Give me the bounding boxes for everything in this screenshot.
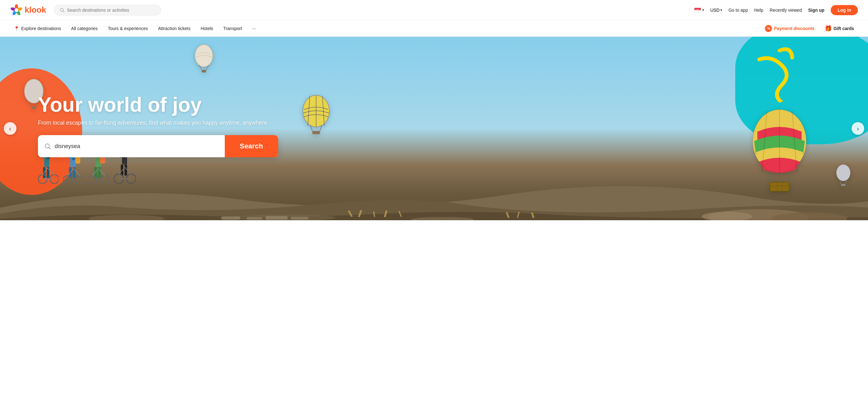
nav-item-all-categories-label: All categories — [71, 26, 98, 31]
hero-subtitle: From local escapes to far-flung adventur… — [38, 120, 278, 126]
flag-chevron: ▾ — [702, 8, 704, 12]
signup-button[interactable]: Sign up — [808, 8, 825, 13]
header-search-input[interactable] — [67, 8, 155, 13]
nav-item-more[interactable]: ··· — [248, 24, 260, 33]
logo[interactable]: klook — [10, 4, 46, 17]
search-icon — [60, 8, 64, 13]
hero-search-icon — [44, 143, 51, 150]
svg-rect-98 — [125, 165, 127, 176]
nav-item-explore[interactable]: 📍 Explore destinations — [10, 24, 65, 33]
main-nav: 📍 Explore destinations All categories To… — [0, 20, 868, 37]
svg-point-80 — [75, 176, 84, 184]
explore-icon: 📍 — [14, 26, 19, 31]
header: klook ▾ USD ▾ Go to app Help Recently vi… — [0, 0, 868, 20]
svg-point-90 — [89, 176, 97, 184]
nav-item-all-categories[interactable]: All categories — [67, 24, 101, 33]
svg-rect-45 — [247, 217, 262, 220]
nav-item-tours-label: Tours & experiences — [108, 26, 148, 31]
svg-rect-12 — [202, 70, 206, 73]
hero-search-input-wrap — [38, 143, 225, 150]
svg-rect-73 — [70, 156, 76, 167]
recently-viewed-link[interactable]: Recently viewed — [770, 8, 802, 13]
nav-item-hotels-label: Hotels — [201, 26, 213, 31]
gift-icon: 🎁 — [825, 25, 832, 32]
nav-gift-label: Gift cards — [834, 26, 854, 31]
nav-item-attraction-label: Attraction tickets — [158, 26, 191, 31]
svg-rect-47 — [291, 217, 309, 220]
nav-item-hotels[interactable]: Hotels — [197, 24, 217, 33]
go-to-app-link[interactable]: Go to app — [728, 8, 748, 13]
svg-point-91 — [100, 176, 109, 184]
nav-item-attraction[interactable]: Attraction tickets — [154, 24, 194, 33]
svg-point-6 — [14, 8, 18, 12]
header-right: ▾ USD ▾ Go to app Help Recently viewed S… — [694, 5, 858, 15]
hero-search-button[interactable]: Search — [225, 135, 278, 157]
nav-item-transport[interactable]: Transport — [219, 24, 246, 33]
svg-point-79 — [63, 176, 72, 184]
nav-item-more-label: ··· — [252, 26, 256, 31]
klook-logo-icon — [10, 4, 23, 17]
hero-search-bar[interactable]: Search — [38, 135, 278, 157]
currency-selector[interactable]: USD ▾ — [710, 8, 722, 13]
hero-content: Your world of joy From local escapes to … — [38, 94, 278, 157]
nav-payment-label: Payment discounts — [774, 26, 814, 31]
nav-item-explore-label: Explore destinations — [21, 26, 61, 31]
header-search-bar[interactable] — [54, 5, 161, 16]
hero-title: Your world of joy — [38, 94, 278, 116]
balloon-3 — [300, 94, 332, 139]
svg-rect-44 — [221, 217, 240, 220]
carousel-prev-button[interactable]: ‹ — [4, 122, 17, 135]
nav-item-tours[interactable]: Tours & experiences — [104, 24, 152, 33]
svg-line-106 — [49, 148, 51, 149]
currency-chevron: ▾ — [720, 8, 722, 12]
logo-text: klook — [25, 5, 46, 15]
currency-label: USD — [710, 8, 720, 13]
language-selector[interactable]: ▾ — [694, 8, 704, 13]
next-arrow-icon: › — [857, 125, 859, 132]
nav-payment-discounts[interactable]: % Payment discounts — [761, 23, 818, 34]
prev-arrow-icon: ‹ — [9, 125, 11, 132]
svg-point-9 — [195, 45, 213, 67]
carousel-next-button[interactable]: › — [851, 122, 864, 135]
svg-rect-24 — [312, 131, 320, 134]
payment-icon: % — [765, 25, 772, 32]
sg-flag-icon — [694, 8, 701, 13]
svg-line-8 — [63, 11, 64, 12]
balloon-1 — [193, 43, 215, 76]
hero-search-input[interactable] — [55, 143, 218, 150]
svg-rect-16 — [32, 106, 36, 109]
svg-rect-46 — [266, 216, 288, 220]
nav-gift-cards[interactable]: 🎁 Gift cards — [821, 23, 858, 34]
login-button[interactable]: Log in — [831, 5, 858, 15]
nav-item-transport-label: Transport — [223, 26, 242, 31]
hero-section: Your world of joy From local escapes to … — [0, 37, 868, 220]
help-link[interactable]: Help — [754, 8, 763, 13]
